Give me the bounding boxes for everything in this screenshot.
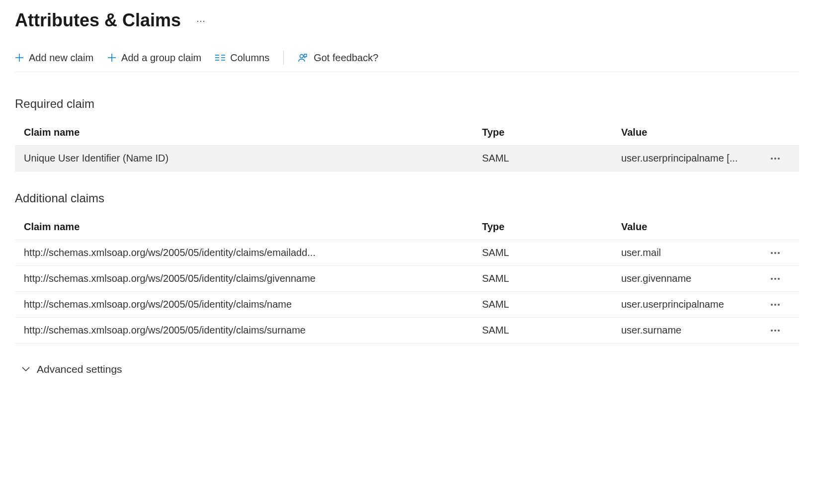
- column-header-value: Value: [621, 221, 760, 233]
- claim-name-cell: http://schemas.xmlsoap.org/ws/2005/05/id…: [24, 299, 482, 310]
- claim-value-cell: user.surname: [621, 325, 760, 336]
- svg-point-22: [778, 278, 780, 280]
- toolbar: Add new claim Add a group claim Columns: [15, 51, 799, 72]
- svg-point-28: [778, 330, 780, 332]
- claim-value-cell: user.mail: [621, 247, 760, 258]
- plus-icon: [15, 53, 24, 62]
- add-new-claim-button[interactable]: Add new claim: [15, 52, 93, 64]
- additional-claims-table: Claim name Type Value http://schemas.xml…: [15, 214, 799, 343]
- column-header-type: Type: [482, 127, 621, 138]
- column-header-type: Type: [482, 221, 621, 233]
- add-group-claim-button[interactable]: Add a group claim: [107, 52, 201, 64]
- feedback-label: Got feedback?: [314, 52, 378, 64]
- column-header-value: Value: [621, 127, 760, 138]
- advanced-settings-toggle[interactable]: Advanced settings: [15, 363, 799, 375]
- additional-claims-title: Additional claims: [15, 191, 799, 205]
- claim-name-cell: http://schemas.xmlsoap.org/ws/2005/05/id…: [24, 273, 482, 284]
- claim-type-cell: SAML: [482, 247, 621, 258]
- claim-value-cell: user.userprincipalname: [621, 299, 760, 310]
- svg-point-27: [774, 330, 776, 332]
- claim-type-cell: SAML: [482, 325, 621, 336]
- svg-point-24: [774, 304, 776, 306]
- svg-point-19: [778, 252, 780, 254]
- row-more-icon[interactable]: [760, 329, 790, 332]
- claim-type-cell: SAML: [482, 299, 621, 310]
- add-new-claim-label: Add new claim: [29, 52, 93, 64]
- toolbar-divider: [283, 51, 284, 65]
- row-more-icon[interactable]: [760, 252, 790, 254]
- claim-name-cell: http://schemas.xmlsoap.org/ws/2005/05/id…: [24, 325, 482, 336]
- columns-label: Columns: [230, 52, 269, 64]
- columns-icon: [215, 54, 225, 62]
- claim-name-cell: Unique User Identifier (Name ID): [24, 153, 482, 164]
- svg-point-21: [774, 278, 776, 280]
- svg-point-26: [771, 330, 773, 332]
- column-header-name: Claim name: [24, 127, 482, 138]
- page-header: Attributes & Claims: [15, 10, 799, 31]
- table-header: Claim name Type Value: [15, 120, 799, 146]
- column-header-name: Claim name: [24, 221, 482, 233]
- svg-point-17: [771, 252, 773, 254]
- claim-name-cell: http://schemas.xmlsoap.org/ws/2005/05/id…: [24, 247, 482, 258]
- table-row[interactable]: http://schemas.xmlsoap.org/ws/2005/05/id…: [15, 292, 799, 318]
- svg-point-15: [774, 158, 776, 160]
- svg-point-0: [197, 21, 198, 22]
- chevron-down-icon: [22, 367, 30, 372]
- row-more-icon[interactable]: [760, 277, 790, 280]
- add-group-claim-label: Add a group claim: [121, 52, 201, 64]
- feedback-button[interactable]: Got feedback?: [298, 52, 378, 64]
- table-row[interactable]: http://schemas.xmlsoap.org/ws/2005/05/id…: [15, 240, 799, 266]
- svg-point-18: [774, 252, 776, 254]
- columns-button[interactable]: Columns: [215, 52, 269, 64]
- svg-point-1: [200, 21, 201, 22]
- svg-point-23: [771, 304, 773, 306]
- svg-point-20: [771, 278, 773, 280]
- svg-point-25: [778, 304, 780, 306]
- plus-icon: [107, 53, 116, 62]
- svg-point-13: [300, 55, 304, 58]
- claim-type-cell: SAML: [482, 273, 621, 284]
- claim-value-cell: user.userprincipalname [...: [621, 153, 760, 164]
- svg-point-2: [203, 21, 204, 22]
- page-title: Attributes & Claims: [15, 10, 181, 31]
- row-more-icon[interactable]: [760, 303, 790, 306]
- header-more-icon[interactable]: [193, 14, 209, 27]
- table-row[interactable]: http://schemas.xmlsoap.org/ws/2005/05/id…: [15, 266, 799, 292]
- feedback-icon: [298, 53, 309, 63]
- table-row[interactable]: http://schemas.xmlsoap.org/ws/2005/05/id…: [15, 318, 799, 343]
- table-row[interactable]: Unique User Identifier (Name ID) SAML us…: [15, 146, 799, 171]
- svg-point-16: [778, 158, 780, 160]
- table-header: Claim name Type Value: [15, 214, 799, 240]
- required-claim-title: Required claim: [15, 97, 799, 111]
- claim-value-cell: user.givenname: [621, 273, 760, 284]
- row-more-icon[interactable]: [760, 157, 790, 160]
- advanced-settings-label: Advanced settings: [37, 363, 122, 375]
- svg-point-14: [771, 158, 773, 160]
- claim-type-cell: SAML: [482, 153, 621, 164]
- required-claim-table: Claim name Type Value Unique User Identi…: [15, 120, 799, 171]
